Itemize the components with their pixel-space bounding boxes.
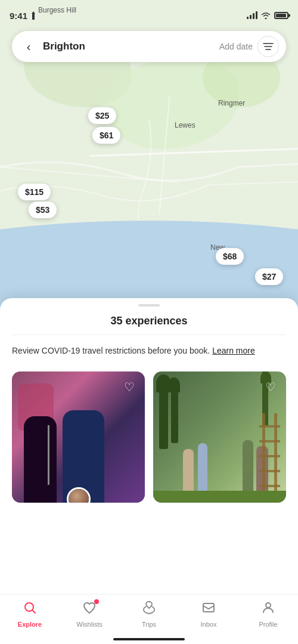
svg-rect-9 [259, 485, 280, 487]
wishlist-heart-1[interactable]: ♡ [120, 377, 139, 397]
status-icons [247, 12, 288, 19]
price-marker-p1[interactable]: $25 [88, 107, 116, 124]
status-bar: 9:41 [0, 0, 298, 26]
filter-button[interactable] [257, 36, 279, 57]
svg-rect-5 [259, 425, 280, 428]
map-label-lewes: Lewes [175, 121, 195, 129]
search-city: Brighton [43, 41, 215, 52]
battery-icon [274, 12, 288, 19]
svg-rect-8 [259, 470, 280, 472]
search-bar[interactable]: ‹ Brighton Add date [12, 31, 286, 62]
trips-icon [142, 600, 156, 618]
bottom-nav: Explore Wishlists Trips Inbox [0, 594, 298, 644]
nav-item-inbox[interactable]: Inbox [179, 600, 238, 628]
add-date-button[interactable]: Add date [219, 42, 253, 51]
back-button[interactable]: ‹ [19, 37, 38, 56]
price-marker-p6[interactable]: $27 [255, 268, 283, 285]
sheet-handle [138, 304, 160, 306]
inbox-label: Inbox [201, 621, 217, 628]
map-label-ringmer: Ringmer [218, 99, 245, 107]
explore-icon [23, 600, 37, 618]
profile-label: Profile [259, 621, 277, 628]
bottom-sheet: 35 experiences Review COVID-19 travel re… [0, 298, 298, 644]
wishlist-heart-2[interactable]: ♡ [261, 377, 280, 397]
learn-more-link[interactable]: Learn more [212, 346, 255, 355]
price-marker-p4[interactable]: $53 [29, 202, 57, 218]
status-time: 9:41 [10, 11, 36, 21]
inbox-icon [201, 600, 216, 618]
svg-rect-7 [259, 455, 280, 457]
price-marker-p3[interactable]: $115 [18, 184, 51, 200]
experience-card-1[interactable]: ♡ [12, 371, 145, 503]
profile-icon [261, 600, 275, 618]
svg-line-11 [33, 611, 36, 614]
home-indicator [113, 638, 185, 640]
svg-rect-6 [259, 440, 280, 442]
explore-label: Explore [18, 621, 42, 628]
signal-icon [247, 12, 257, 19]
covid-notice-text: Review COVID-19 travel restrictions befo… [12, 346, 210, 355]
nav-item-wishlists[interactable]: Wishlists [60, 600, 119, 628]
wishlists-icon [82, 600, 97, 618]
trips-label: Trips [142, 621, 156, 628]
filter-icon [263, 42, 274, 51]
nav-item-trips[interactable]: Trips [119, 600, 179, 628]
wishlists-label: Wishlists [76, 621, 102, 628]
wishlists-notification-dot [94, 599, 99, 604]
price-marker-p2[interactable]: $61 [92, 127, 120, 144]
covid-notice: Review COVID-19 travel restrictions befo… [0, 335, 298, 367]
cards-row: ♡ [0, 367, 298, 507]
price-marker-p5[interactable]: $68 [216, 248, 244, 265]
experience-card-2[interactable]: ♡ [153, 371, 286, 503]
nav-item-explore[interactable]: Explore [0, 600, 60, 628]
wifi-icon [261, 12, 271, 19]
svg-point-13 [266, 603, 271, 608]
nav-item-profile[interactable]: Profile [238, 600, 298, 628]
sheet-title: 35 experiences [0, 315, 298, 327]
svg-rect-12 [203, 603, 214, 612]
